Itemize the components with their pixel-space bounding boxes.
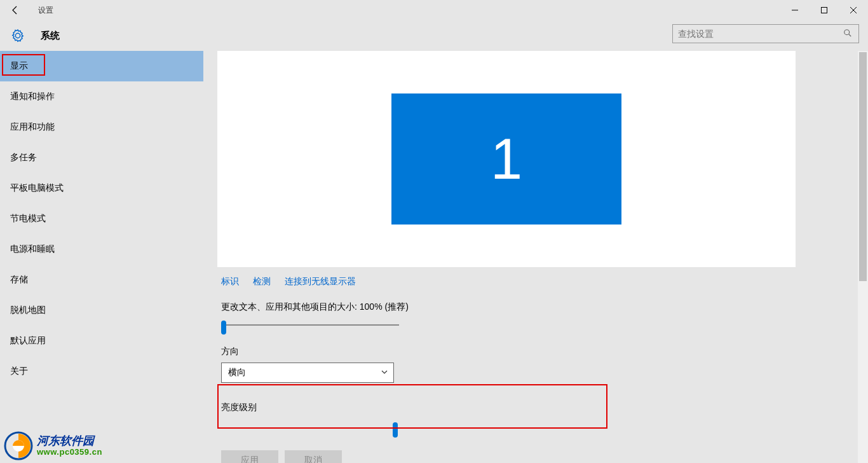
detect-link[interactable]: 检测 — [253, 276, 271, 286]
watermark-logo-icon — [4, 431, 33, 460]
scale-slider[interactable] — [221, 319, 399, 332]
button-row: 应用 取消 — [221, 450, 860, 463]
sidebar-item-battery[interactable]: 节电模式 — [0, 204, 203, 234]
chevron-down-icon — [381, 368, 388, 378]
sidebar-item-apps[interactable]: 应用和功能 — [0, 112, 203, 142]
header-row: 系统 — [0, 20, 868, 51]
back-button[interactable] — [5, 0, 25, 20]
gear-icon — [8, 25, 28, 46]
cancel-button[interactable]: 取消 — [285, 450, 342, 463]
sidebar: 显示 通知和操作 应用和功能 多任务 平板电脑模式 节电模式 电源和睡眠 存储 … — [0, 51, 203, 463]
sidebar-item-storage[interactable]: 存储 — [0, 265, 203, 295]
scrollbar[interactable] — [858, 51, 868, 463]
slider-filled-track — [221, 427, 394, 429]
svg-point-4 — [844, 30, 850, 35]
orientation-value: 横向 — [228, 367, 246, 378]
slider-thumb[interactable] — [393, 422, 398, 438]
sidebar-item-label: 脱机地图 — [10, 305, 46, 316]
slider-thumb[interactable] — [221, 321, 226, 335]
svg-line-5 — [849, 34, 851, 37]
brightness-slider[interactable] — [221, 422, 399, 435]
display-links-row: 标识 检测 连接到无线显示器 — [221, 276, 860, 287]
sidebar-item-power[interactable]: 电源和睡眠 — [0, 234, 203, 265]
apply-button[interactable]: 应用 — [221, 450, 278, 463]
page-title: 系统 — [41, 30, 60, 42]
sidebar-item-notifications[interactable]: 通知和操作 — [0, 81, 203, 112]
watermark-name: 河东软件园 — [37, 435, 102, 448]
sidebar-item-tablet[interactable]: 平板电脑模式 — [0, 173, 203, 204]
orientation-dropdown[interactable]: 横向 — [221, 363, 394, 383]
sidebar-item-maps[interactable]: 脱机地图 — [0, 295, 203, 326]
monitor-number: 1 — [491, 127, 522, 192]
sidebar-item-display[interactable]: 显示 — [0, 51, 203, 81]
window-controls — [780, 0, 868, 20]
sidebar-item-label: 平板电脑模式 — [10, 183, 64, 194]
titlebar: 设置 — [0, 0, 868, 20]
sidebar-item-label: 应用和功能 — [10, 121, 55, 133]
sidebar-item-default-apps[interactable]: 默认应用 — [0, 326, 203, 356]
monitor-1[interactable]: 1 — [391, 93, 621, 225]
watermark-text: 河东软件园 www.pc0359.cn — [37, 435, 102, 457]
sidebar-item-label: 节电模式 — [10, 213, 46, 225]
orientation-label: 方向 — [221, 346, 860, 357]
search-input[interactable] — [678, 29, 843, 39]
sidebar-item-label: 电源和睡眠 — [10, 244, 55, 255]
titlebar-label: 设置 — [38, 5, 53, 16]
sidebar-item-label: 多任务 — [10, 152, 37, 163]
watermark: 河东软件园 www.pc0359.cn — [4, 431, 102, 460]
main-content: 1 标识 检测 连接到无线显示器 更改文本、应用和其他项目的大小: 100% (… — [203, 51, 860, 463]
wireless-link[interactable]: 连接到无线显示器 — [285, 276, 356, 286]
minimize-button[interactable] — [780, 0, 810, 20]
sidebar-item-multitask[interactable]: 多任务 — [0, 142, 203, 173]
identify-link[interactable]: 标识 — [221, 276, 239, 286]
sidebar-item-about[interactable]: 关于 — [0, 356, 203, 387]
search-icon — [843, 29, 853, 39]
sidebar-item-label: 通知和操作 — [10, 91, 55, 102]
svg-rect-1 — [822, 8, 827, 13]
monitor-preview-area: 1 — [217, 51, 796, 267]
sidebar-item-label: 默认应用 — [10, 335, 46, 347]
close-button[interactable] — [839, 0, 868, 20]
sidebar-item-label: 关于 — [10, 366, 28, 377]
scale-label: 更改文本、应用和其他项目的大小: 100% (推荐) — [221, 301, 860, 313]
slider-track — [225, 324, 399, 326]
watermark-url: www.pc0359.cn — [37, 448, 102, 457]
maximize-button[interactable] — [810, 0, 839, 20]
brightness-label: 亮度级别 — [221, 402, 860, 413]
sidebar-item-label: 存储 — [10, 274, 28, 286]
scrollbar-thumb[interactable] — [859, 52, 867, 281]
sidebar-item-label: 显示 — [10, 60, 28, 72]
search-box[interactable] — [672, 24, 859, 43]
